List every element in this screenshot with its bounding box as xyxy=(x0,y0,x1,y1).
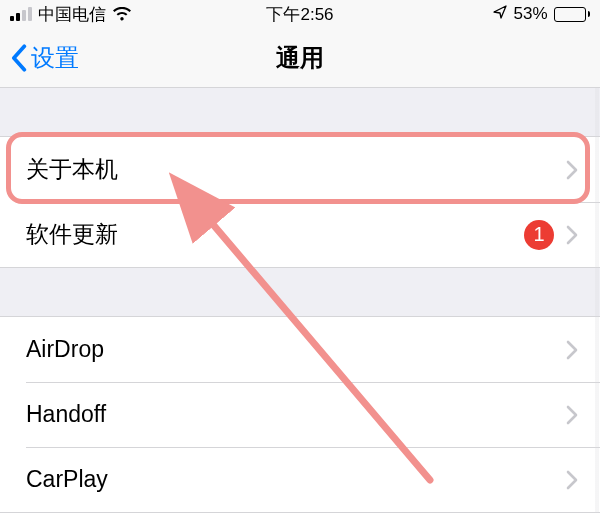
location-icon xyxy=(493,4,507,24)
cell-signal-icon xyxy=(10,7,32,21)
back-label: 设置 xyxy=(31,42,79,74)
status-bar: 中国电信 下午2:56 53% xyxy=(0,0,600,28)
row-label: 关于本机 xyxy=(26,154,566,185)
nav-bar: 设置 通用 xyxy=(0,28,600,88)
wifi-icon xyxy=(112,7,132,21)
carrier-label: 中国电信 xyxy=(38,3,106,26)
scrollbar[interactable] xyxy=(595,88,599,513)
chevron-right-icon xyxy=(566,225,578,245)
row-label: CarPlay xyxy=(26,466,566,493)
status-right: 53% xyxy=(493,4,590,24)
row-label: 软件更新 xyxy=(26,219,524,250)
status-left: 中国电信 xyxy=(10,3,132,26)
page-title: 通用 xyxy=(0,42,600,74)
settings-group-1: 关于本机 软件更新 1 xyxy=(0,136,600,268)
settings-group-2: AirDrop Handoff CarPlay xyxy=(0,316,600,513)
battery-pct: 53% xyxy=(513,4,547,24)
chevron-right-icon xyxy=(566,470,578,490)
back-button[interactable]: 设置 xyxy=(0,42,79,74)
battery-icon xyxy=(554,7,591,22)
chevron-left-icon xyxy=(10,44,27,72)
update-badge: 1 xyxy=(524,220,554,250)
chevron-right-icon xyxy=(566,340,578,360)
chevron-right-icon xyxy=(566,405,578,425)
row-handoff[interactable]: Handoff xyxy=(0,382,600,447)
row-software-update[interactable]: 软件更新 1 xyxy=(0,202,600,267)
row-label: AirDrop xyxy=(26,336,566,363)
chevron-right-icon xyxy=(566,160,578,180)
row-carplay[interactable]: CarPlay xyxy=(0,447,600,512)
row-label: Handoff xyxy=(26,401,566,428)
row-airdrop[interactable]: AirDrop xyxy=(0,317,600,382)
row-about[interactable]: 关于本机 xyxy=(0,137,600,202)
